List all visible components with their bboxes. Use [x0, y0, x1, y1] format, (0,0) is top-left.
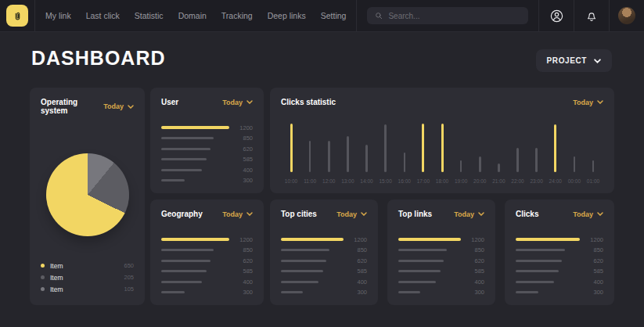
nav-item-setting[interactable]: Setting — [321, 11, 347, 20]
bar — [516, 270, 559, 272]
nav-item-domain[interactable]: Domain — [178, 11, 207, 20]
bar-row: 1200 — [281, 238, 367, 241]
bar — [281, 281, 318, 283]
notifications-button[interactable] — [574, 0, 609, 31]
vbar — [290, 124, 293, 172]
period-dropdown[interactable]: Today — [573, 99, 603, 106]
vbar — [574, 156, 576, 172]
legend-label: Item — [50, 274, 63, 282]
period-dropdown[interactable]: Today — [454, 210, 484, 218]
card-title: Geography — [161, 210, 203, 218]
bar-value: 1200 — [344, 236, 367, 243]
bar — [161, 238, 229, 241]
chevron-down-icon — [597, 100, 603, 104]
bar — [161, 281, 202, 283]
period-dropdown[interactable]: Today — [103, 102, 134, 110]
time-label: 21:00 — [492, 178, 505, 184]
logo-section — [0, 0, 35, 31]
nav-item-last-click[interactable]: Last click — [86, 11, 120, 20]
search-bar[interactable] — [367, 7, 528, 24]
vbar-column: 24:00 — [546, 124, 565, 184]
bar — [281, 291, 303, 293]
nav-item-my-link[interactable]: My link — [45, 11, 71, 20]
bar — [516, 260, 562, 262]
bar — [161, 270, 207, 272]
time-label: 19:00 — [455, 178, 467, 184]
period-label: Today — [222, 99, 243, 106]
nav-item-deep-links[interactable]: Deep links — [268, 11, 306, 20]
chevron-down-icon — [597, 212, 603, 216]
period-dropdown[interactable]: Today — [573, 210, 603, 218]
card-top-cities: Top cities Today 1200 850 620 585 400 30… — [270, 199, 378, 305]
bar-row: 585 — [516, 270, 603, 273]
user-circle-icon — [549, 9, 564, 23]
bar — [516, 291, 538, 293]
search-input[interactable] — [388, 12, 520, 20]
legend-row: Item 205 — [41, 271, 134, 283]
pie-graphic — [46, 153, 129, 236]
bar — [281, 270, 323, 272]
profile-button[interactable] — [609, 0, 644, 31]
bar-track — [398, 260, 461, 262]
vbar-column: 11:00 — [300, 124, 319, 184]
pie-legend: Item 650 Item 205 Item 105 — [41, 260, 134, 295]
bar-value: 850 — [229, 135, 253, 142]
vbar-column: 20:00 — [470, 124, 489, 184]
chevron-down-icon — [594, 59, 601, 63]
bar-track — [281, 249, 344, 251]
period-dropdown[interactable]: Today — [336, 210, 367, 218]
bar — [398, 238, 461, 241]
vbar-column: 17:00 — [414, 124, 433, 184]
chevron-down-icon — [128, 105, 134, 109]
period-dropdown[interactable]: Today — [222, 99, 253, 106]
legend-dot — [41, 264, 45, 268]
bar-track — [516, 238, 580, 241]
project-dropdown-button[interactable]: PROJECT — [536, 49, 612, 72]
bar — [281, 238, 344, 241]
vbar-column: 23:00 — [527, 124, 546, 184]
bar — [161, 148, 210, 150]
project-dropdown-label: PROJECT — [547, 56, 587, 65]
legend-row: Item 105 — [41, 283, 134, 295]
bar-value: 585 — [344, 268, 367, 275]
vbar-column: 22:00 — [509, 124, 527, 184]
bar-value: 620 — [580, 257, 603, 264]
account-button[interactable] — [538, 0, 574, 31]
bar-track — [281, 238, 344, 241]
bar-row: 300 — [161, 291, 253, 294]
period-label: Today — [103, 102, 124, 110]
bar-track — [281, 270, 344, 272]
bar-row: 585 — [281, 270, 367, 273]
bar — [281, 260, 326, 262]
time-label: 20:00 — [473, 178, 486, 184]
bar-list-chart: 1200 850 620 585 400 300 — [516, 238, 603, 294]
bar-row: 620 — [161, 147, 253, 150]
bar-row: 400 — [161, 280, 253, 283]
card-operating-system: Operating system Today Item 650 Item 205… — [30, 88, 145, 305]
bar-value: 585 — [461, 268, 484, 275]
bar-track — [161, 137, 229, 139]
bar-track — [398, 291, 461, 293]
vbar-column: 18:00 — [433, 124, 452, 184]
bar-list-chart: 1200 850 620 585 400 300 — [161, 238, 253, 294]
bar-row: 620 — [516, 259, 603, 262]
bar-row: 300 — [281, 291, 367, 294]
nav-item-tracking[interactable]: Tracking — [221, 11, 253, 20]
vbar — [347, 136, 349, 173]
bar-row: 850 — [398, 249, 484, 252]
app-logo[interactable] — [6, 5, 28, 27]
vbar — [535, 148, 538, 172]
bar-track — [398, 238, 461, 241]
card-user: User Today 1200 850 620 585 400 300 — [150, 88, 264, 193]
vbar-column: 12:00 — [319, 124, 338, 184]
bar-row: 850 — [281, 249, 367, 252]
nav-item-statistic[interactable]: Statistic — [135, 11, 164, 20]
period-dropdown[interactable]: Today — [222, 210, 253, 218]
vbar — [592, 160, 595, 172]
paperclip-icon — [13, 11, 23, 21]
vbar — [384, 124, 387, 172]
card-title: Top links — [398, 210, 432, 218]
bar — [161, 260, 210, 262]
legend-dot — [41, 275, 45, 279]
vbar-column: 16:00 — [395, 124, 414, 184]
